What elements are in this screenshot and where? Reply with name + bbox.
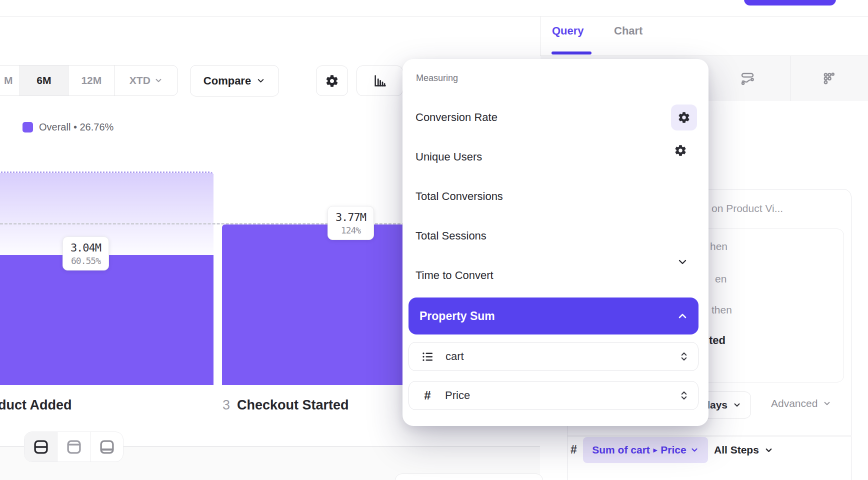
gear-icon bbox=[678, 111, 690, 124]
layout-bottom-icon bbox=[98, 438, 116, 456]
bottom-card-peek bbox=[395, 474, 543, 480]
gear-icon bbox=[325, 74, 339, 88]
measuring-title: Measuring bbox=[416, 73, 458, 84]
unique-users-settings-button[interactable] bbox=[674, 144, 687, 157]
tab-query[interactable]: Query bbox=[552, 24, 584, 38]
value-label-step3: 3.77M 124% bbox=[328, 206, 374, 240]
range-xtd-button[interactable]: XTD bbox=[114, 66, 178, 96]
chart-settings-button[interactable] bbox=[316, 66, 348, 96]
dots-grid-icon bbox=[821, 71, 836, 86]
legend-swatch bbox=[22, 122, 33, 132]
property-select-cart[interactable]: cart bbox=[408, 342, 698, 371]
header-divider bbox=[0, 16, 868, 16]
numeric-property-icon: # bbox=[570, 443, 577, 456]
chart-type-button[interactable] bbox=[356, 66, 403, 96]
conversion-rate-settings-button[interactable] bbox=[671, 104, 697, 130]
chevron-down-icon bbox=[822, 399, 832, 408]
step-row-fragment: en bbox=[715, 273, 726, 285]
all-steps-dropdown[interactable]: All Steps bbox=[714, 437, 774, 463]
menu-item-unique-users[interactable]: Unique Users bbox=[408, 143, 702, 171]
sum-of-cart-price-pill[interactable]: Sum of cart ▸ Price bbox=[583, 437, 708, 463]
range-12m-button[interactable]: 12M bbox=[68, 66, 114, 96]
chevron-down-icon bbox=[764, 446, 774, 455]
property-select-price[interactable]: # Price bbox=[408, 381, 698, 410]
list-property-icon bbox=[421, 350, 434, 364]
card-section-divider bbox=[567, 436, 852, 436]
funnel-bar-step3[interactable] bbox=[222, 224, 405, 385]
chevron-down-icon bbox=[732, 400, 742, 410]
menu-item-total-conversions[interactable]: Total Conversions bbox=[408, 182, 702, 210]
query-toolbar-divider bbox=[790, 56, 790, 101]
chevron-down-icon bbox=[676, 256, 688, 268]
layout-split-button[interactable] bbox=[24, 432, 57, 462]
chevron-down-icon bbox=[154, 76, 163, 85]
steps-card-title: on Product Vi... bbox=[712, 202, 783, 214]
range-m-button[interactable]: M bbox=[0, 66, 20, 96]
funnel-bar-step2[interactable] bbox=[0, 255, 214, 385]
panel-divider bbox=[540, 16, 540, 56]
flow-view-button[interactable] bbox=[733, 64, 762, 93]
range-6m-button[interactable]: 6M bbox=[20, 66, 68, 96]
layout-top-button[interactable] bbox=[57, 432, 90, 462]
chart-legend: Overall • 26.76% bbox=[22, 122, 114, 133]
layout-toggle-group bbox=[24, 432, 124, 462]
menu-item-conversion-rate[interactable]: Conversion Rate bbox=[408, 104, 702, 132]
advanced-button[interactable]: Advanced bbox=[771, 398, 832, 410]
menu-item-time-to-convert[interactable]: Time to Convert bbox=[408, 262, 702, 290]
step-label-product-added: duct Added bbox=[0, 398, 72, 413]
menu-item-total-sessions[interactable]: Total Sessions bbox=[408, 222, 702, 250]
step-row-fragment: ted bbox=[709, 334, 726, 347]
up-down-sort-icon bbox=[678, 350, 690, 362]
time-range-segmented-control: M 6M 12M XTD bbox=[0, 65, 178, 96]
step-label-checkout-started: 3 Checkout Started bbox=[222, 398, 349, 413]
layout-top-icon bbox=[66, 438, 82, 456]
measuring-dropdown: Measuring Conversion Rate Unique Users T… bbox=[402, 59, 708, 426]
layout-bottom-button[interactable] bbox=[90, 432, 123, 462]
breadcrumb-arrow-icon: ▸ bbox=[654, 446, 658, 454]
bar-chart-icon bbox=[372, 74, 388, 88]
compare-button[interactable]: Compare bbox=[190, 65, 279, 96]
tab-chart[interactable]: Chart bbox=[614, 24, 642, 38]
legend-label: Overall • 26.76% bbox=[39, 122, 114, 133]
gear-icon bbox=[674, 144, 687, 157]
tab-query-underline bbox=[552, 52, 592, 54]
numeric-property-icon: # bbox=[421, 388, 434, 402]
layout-split-icon bbox=[32, 438, 50, 456]
flow-sankey-icon bbox=[740, 71, 755, 86]
chevron-down-icon bbox=[256, 76, 266, 86]
value-label-step2: 3.04M 60.55% bbox=[62, 236, 109, 270]
step-row-fragment: hen bbox=[710, 240, 728, 252]
step-row-fragment: then bbox=[712, 304, 732, 316]
chevron-up-icon bbox=[676, 310, 688, 322]
menu-item-property-sum-selected[interactable]: Property Sum bbox=[408, 298, 698, 334]
steps-view-button[interactable] bbox=[814, 64, 843, 93]
primary-action-button[interactable] bbox=[744, 0, 836, 6]
chevron-down-icon bbox=[690, 446, 699, 454]
up-down-sort-icon bbox=[678, 390, 690, 402]
